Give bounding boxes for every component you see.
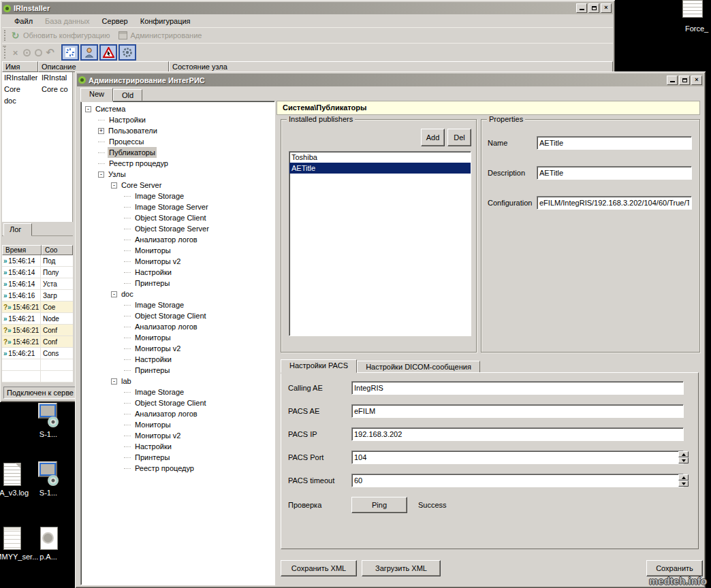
- pacs-tab[interactable]: Настройки DICOM-сообщения: [357, 361, 480, 373]
- node-row[interactable]: IRInstaller IRInstal: [2, 72, 72, 84]
- gear-toggle-button[interactable]: [118, 44, 136, 61]
- spinner-toggle-button[interactable]: [61, 44, 79, 61]
- tree-expand-icon[interactable]: [124, 305, 131, 306]
- tree-expand-icon[interactable]: -: [111, 182, 117, 189]
- tree-item[interactable]: Image Storage: [81, 387, 274, 397]
- pacs-tab[interactable]: Настройки PACS: [281, 359, 357, 373]
- tree-expand-icon[interactable]: +: [98, 128, 104, 134]
- tree-expand-icon[interactable]: [124, 370, 131, 371]
- tree-expand-icon[interactable]: -: [111, 291, 117, 297]
- menu-item[interactable]: Файл: [8, 16, 39, 27]
- tree-expand-icon[interactable]: -: [111, 378, 117, 385]
- pacs-field-input[interactable]: [351, 427, 684, 441]
- desktop-icon[interactable]: p.A...: [27, 525, 69, 561]
- log-column-message[interactable]: Соо: [42, 245, 73, 255]
- add-button[interactable]: Add: [421, 129, 445, 146]
- tree-item[interactable]: Принтеры: [81, 452, 274, 463]
- del-button[interactable]: Del: [447, 129, 471, 146]
- tree-expand-icon[interactable]: [98, 152, 105, 153]
- tree-expand-icon[interactable]: [124, 392, 131, 393]
- log-row[interactable]: » 15:46:14 Под: [2, 255, 73, 267]
- property-value-field[interactable]: [537, 136, 692, 150]
- admin-tab[interactable]: New: [80, 88, 113, 101]
- tree-item[interactable]: Анализатор логов: [81, 408, 274, 419]
- tree-item[interactable]: Object Storage Client: [81, 212, 274, 223]
- tree-item[interactable]: Object Storage Server: [81, 223, 274, 234]
- tree-item[interactable]: Мониторы v2: [81, 430, 274, 441]
- log-row[interactable]: » 15:46:21 Cons: [2, 348, 73, 359]
- tree-item[interactable]: Реестр процедур: [81, 463, 274, 474]
- tree-expand-icon[interactable]: [124, 338, 131, 338]
- tree-item[interactable]: Реестр процедур: [81, 158, 274, 169]
- refresh-icon[interactable]: ↻: [10, 30, 21, 41]
- tree-item[interactable]: Мониторы v2: [81, 256, 274, 267]
- log-column-time[interactable]: Время: [2, 245, 42, 255]
- tree-expand-icon[interactable]: [124, 316, 131, 316]
- menu-item[interactable]: Сервер: [96, 16, 134, 27]
- tree-item[interactable]: - doc: [81, 289, 274, 299]
- tree-item[interactable]: Настройки: [81, 354, 274, 365]
- toolbar-grip[interactable]: [4, 30, 6, 40]
- tree-expand-icon[interactable]: [124, 207, 131, 208]
- log-row[interactable]: ?» 15:46:21 Conf: [2, 336, 73, 348]
- tree-item[interactable]: - lab: [81, 376, 274, 387]
- tree-item[interactable]: Настройки: [81, 114, 274, 125]
- tree-expand-icon[interactable]: [124, 283, 131, 284]
- tree-item[interactable]: Анализатор логов: [81, 234, 274, 245]
- tree-expand-icon[interactable]: [98, 163, 105, 164]
- pacs-field-input[interactable]: [351, 381, 684, 395]
- tree-expand-icon[interactable]: [124, 403, 131, 404]
- desktop-icon[interactable]: S-1...: [27, 403, 69, 438]
- tree-expand-icon[interactable]: [124, 240, 131, 240]
- undo-icon[interactable]: ↶: [44, 47, 56, 58]
- warning-toggle-button[interactable]: [99, 44, 117, 61]
- tree-item[interactable]: Image Storage: [81, 299, 274, 310]
- ping-button[interactable]: Ping: [351, 497, 407, 513]
- stop-icon[interactable]: [33, 47, 44, 58]
- toolbar-grip-2[interactable]: [4, 46, 6, 59]
- desktop-file-icon[interactable]: [682, 0, 703, 18]
- tree-expand-icon[interactable]: [124, 468, 131, 469]
- tree-item[interactable]: Принтеры: [81, 278, 274, 289]
- admin-close-icon[interactable]: ×: [691, 76, 702, 85]
- tree-expand-icon[interactable]: [124, 414, 131, 414]
- log-row[interactable]: » 15:46:21 Node: [2, 313, 73, 325]
- tree-item[interactable]: Image Storage: [81, 191, 274, 201]
- tree-expand-icon[interactable]: -: [98, 172, 104, 178]
- desktop-icon[interactable]: S-1...: [27, 461, 69, 497]
- tree-expand-icon[interactable]: [124, 229, 131, 229]
- tree-expand-icon[interactable]: [98, 120, 105, 120]
- delete-icon[interactable]: ×: [10, 47, 21, 58]
- column-node-state[interactable]: Состояние узла: [169, 61, 613, 72]
- tree-item[interactable]: Процессы: [81, 136, 274, 147]
- tree-item[interactable]: - Система: [81, 103, 274, 114]
- close-icon[interactable]: ×: [601, 3, 612, 13]
- admin-maximize-icon[interactable]: [679, 76, 690, 85]
- user-toggle-button[interactable]: [80, 44, 98, 61]
- log-row[interactable]: » 15:46:14 Уста: [2, 278, 73, 290]
- tree-item[interactable]: Мониторы: [81, 245, 274, 256]
- tree-item[interactable]: Image Storage Server: [81, 201, 274, 212]
- tree-expand-icon[interactable]: [124, 196, 131, 197]
- column-name[interactable]: Имя: [2, 61, 38, 72]
- tree-expand-icon[interactable]: [98, 142, 105, 142]
- log-row[interactable]: » 15:46:16 Загр: [2, 290, 73, 301]
- tree-item[interactable]: Настройки: [81, 267, 274, 278]
- main-titlebar[interactable]: IRInstaller ×: [2, 2, 613, 14]
- spin-down-icon[interactable]: [678, 457, 689, 463]
- tree-item[interactable]: - Узлы: [81, 169, 274, 180]
- menu-item[interactable]: Конфигурация: [134, 16, 197, 27]
- minimize-icon[interactable]: [576, 3, 587, 13]
- tree-expand-icon[interactable]: [124, 261, 131, 262]
- tree-item[interactable]: Мониторы: [81, 332, 274, 343]
- tree-expand-icon[interactable]: [124, 436, 131, 436]
- pacs-field-input[interactable]: [351, 474, 684, 487]
- property-value-field[interactable]: [537, 166, 692, 180]
- tab-log[interactable]: Лог: [3, 223, 32, 236]
- tree-item[interactable]: Мониторы v2: [81, 343, 274, 354]
- pacs-field-input[interactable]: [351, 451, 684, 464]
- node-row[interactable]: Core Core co: [2, 84, 72, 95]
- tree-item[interactable]: Настройки: [81, 441, 274, 452]
- tree-expand-icon[interactable]: [124, 218, 131, 218]
- start-icon[interactable]: [21, 47, 33, 58]
